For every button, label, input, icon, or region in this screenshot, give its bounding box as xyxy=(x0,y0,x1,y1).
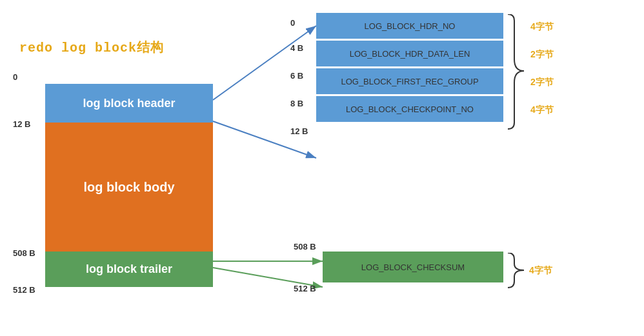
hdr-field-4: LOG_BLOCK_CHECKPOINT_NO xyxy=(346,104,474,114)
block-header: log block header xyxy=(45,84,213,123)
block-header-label: log block header xyxy=(83,97,175,110)
trailer-brace-svg: 4字节 xyxy=(505,253,556,288)
block-body: log block body xyxy=(45,123,213,252)
svg-text:4字节: 4字节 xyxy=(530,104,554,115)
hdr-offset-4b: 4 B xyxy=(290,43,303,53)
block-body-label: log block body xyxy=(83,180,174,195)
offset-12b-label: 12 B xyxy=(13,119,30,129)
hdr-offset-8b: 8 B xyxy=(290,99,303,108)
hdr-offset-0: 0 xyxy=(290,18,295,28)
hdr-field-2: LOG_BLOCK_HDR_DATA_LEN xyxy=(350,49,470,59)
trailer-offset-512b: 512 B xyxy=(294,284,316,293)
block-trailer: log block trailer xyxy=(45,252,213,287)
hdr-field-1: LOG_BLOCK_HDR_NO xyxy=(365,21,456,31)
trailer-offset-508b: 508 B xyxy=(294,242,316,252)
hdr-field-3: LOG_BLOCK_FIRST_REC_GROUP xyxy=(341,77,478,86)
header-brace-svg: 4字节 2字节 2字节 4字节 xyxy=(505,14,556,130)
trailer-field-1: LOG_BLOCK_CHECKSUM xyxy=(361,262,465,272)
block-structure: 0 log block header 12 B log block body 5… xyxy=(45,84,213,287)
svg-text:4字节: 4字节 xyxy=(529,265,553,275)
offset-512b-label: 512 B xyxy=(13,285,35,295)
hdr-row-4: LOG_BLOCK_CHECKPOINT_NO xyxy=(316,96,503,122)
hdr-offset-12b: 12 B xyxy=(290,126,308,136)
svg-line-2 xyxy=(213,26,316,100)
trailer-detail: 508 B LOG_BLOCK_CHECKSUM 512 B 4字节 xyxy=(323,252,503,282)
offset-0-label: 0 xyxy=(13,72,17,82)
block-trailer-label: log block trailer xyxy=(86,262,172,276)
header-detail: 0 LOG_BLOCK_HDR_NO 4 B LOG_BLOCK_HDR_DAT… xyxy=(316,13,503,124)
svg-text:2字节: 2字节 xyxy=(530,77,554,87)
diagram-title: redo log block结构 xyxy=(19,39,164,56)
svg-text:2字节: 2字节 xyxy=(530,49,554,59)
hdr-row-2: LOG_BLOCK_HDR_DATA_LEN xyxy=(316,41,503,66)
trailer-row-1: LOG_BLOCK_CHECKSUM xyxy=(323,252,503,282)
diagram-container: redo log block结构 0 log block header 12 B xyxy=(0,0,644,336)
hdr-row-3: LOG_BLOCK_FIRST_REC_GROUP xyxy=(316,68,503,94)
offset-508b-label: 508 B xyxy=(13,248,35,258)
hdr-row-1: LOG_BLOCK_HDR_NO xyxy=(316,13,503,39)
svg-text:4字节: 4字节 xyxy=(530,21,554,32)
hdr-offset-6b: 6 B xyxy=(290,71,303,81)
